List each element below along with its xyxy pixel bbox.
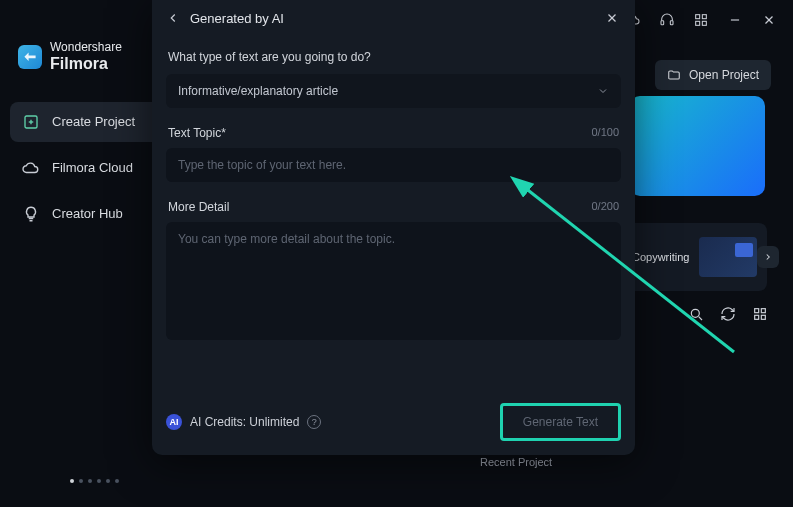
modal-close-button[interactable] (603, 11, 621, 25)
svg-rect-2 (696, 15, 700, 19)
sidebar-item-label: Filmora Cloud (52, 160, 133, 175)
open-project-label: Open Project (689, 68, 759, 82)
modal-header: Generated by AI (166, 0, 621, 36)
copywriting-thumb (699, 237, 757, 277)
svg-rect-3 (702, 15, 706, 19)
generate-text-button[interactable]: Generate Text (500, 403, 621, 441)
folder-icon (667, 68, 681, 82)
support-icon[interactable] (659, 12, 675, 28)
hero-banner[interactable] (630, 96, 765, 196)
sidebar-item-create-project[interactable]: Create Project (10, 102, 172, 142)
svg-point-12 (691, 309, 699, 317)
svg-rect-4 (696, 21, 700, 25)
text-type-value: Informative/explanatory article (178, 84, 338, 98)
copywriting-label: Copywriting (632, 251, 689, 263)
ai-credits-label: AI Credits: Unlimited (190, 415, 299, 429)
minimize-icon[interactable] (727, 12, 743, 28)
svg-rect-17 (761, 315, 765, 319)
grid-view-icon[interactable] (751, 305, 769, 323)
brand-name: Filmora (50, 54, 122, 73)
copywriting-card[interactable]: Copywriting (622, 223, 767, 291)
ai-generate-modal: Generated by AI What type of text are yo… (152, 0, 635, 455)
carousel-next-button[interactable] (757, 246, 779, 268)
text-topic-counter: 0/100 (591, 126, 619, 140)
apps-grid-icon[interactable] (693, 12, 709, 28)
text-topic-input[interactable] (166, 148, 621, 182)
back-button[interactable] (166, 11, 184, 25)
sidebar-item-label: Creator Hub (52, 206, 123, 221)
brand-logo (18, 45, 42, 69)
svg-rect-1 (670, 21, 673, 25)
text-type-select[interactable]: Informative/explanatory article (166, 74, 621, 108)
ai-badge-icon: AI (166, 414, 182, 430)
brand: Wondershare Filmora (10, 18, 172, 102)
brand-text: Wondershare Filmora (50, 40, 122, 74)
refresh-icon[interactable] (719, 305, 737, 323)
ai-credits: AI AI Credits: Unlimited ? (166, 414, 321, 430)
content-tools (687, 305, 769, 323)
recent-project-heading: Recent Project (480, 456, 552, 468)
modal-title: Generated by AI (190, 11, 284, 26)
cloud-icon (22, 159, 40, 177)
svg-rect-0 (661, 21, 664, 25)
svg-line-13 (699, 317, 702, 320)
svg-rect-5 (702, 21, 706, 25)
bulb-icon (22, 205, 40, 223)
sidebar-item-creator-hub[interactable]: Creator Hub (10, 194, 172, 234)
plus-box-icon (22, 113, 40, 131)
svg-rect-16 (755, 315, 759, 319)
window-close-icon[interactable] (761, 12, 777, 28)
more-detail-label: More Detail (168, 200, 229, 214)
more-detail-counter: 0/200 (591, 200, 619, 214)
svg-rect-15 (761, 309, 765, 313)
chevron-down-icon (597, 85, 609, 97)
svg-rect-14 (755, 309, 759, 313)
info-icon[interactable]: ? (307, 415, 321, 429)
text-topic-label: Text Topic* (168, 126, 226, 140)
window-titlebar (609, 0, 793, 40)
sidebar-item-label: Create Project (52, 114, 135, 129)
modal-footer: AI AI Credits: Unlimited ? Generate Text (166, 403, 621, 441)
open-project-button[interactable]: Open Project (655, 60, 771, 90)
brand-top: Wondershare (50, 40, 122, 54)
sidebar-item-filmora-cloud[interactable]: Filmora Cloud (10, 148, 172, 188)
text-type-question: What type of text are you going to do? (168, 50, 619, 64)
more-detail-textarea[interactable] (166, 222, 621, 340)
carousel-dots[interactable] (70, 479, 119, 483)
search-icon[interactable] (687, 305, 705, 323)
